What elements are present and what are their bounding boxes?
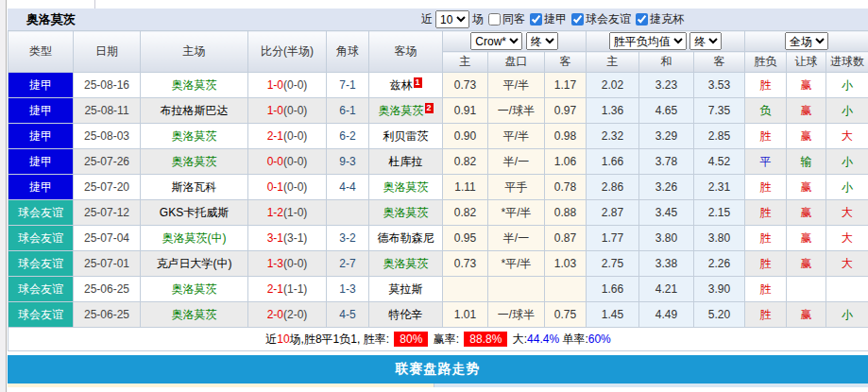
handicap-cell: 一/球半 bbox=[488, 98, 545, 124]
home-team-name: 克卢日大学(中) bbox=[157, 257, 232, 270]
match-count-select[interactable]: 10 bbox=[435, 10, 469, 28]
halftime-score: (0-0) bbox=[283, 155, 307, 168]
corner-cell: 6-1 bbox=[327, 98, 369, 124]
away-team-cell: 特伦辛 bbox=[369, 302, 443, 328]
home-team-cell: 布拉格斯巴达 bbox=[141, 98, 248, 124]
away-team-name: 杜库拉 bbox=[389, 155, 423, 168]
handicap-cell: 半/一 bbox=[488, 149, 545, 175]
handicap-result-cell: 赢 bbox=[787, 124, 826, 149]
match-row: 球会友谊25-07-01克卢日大学(中)1-3(0-0)2-7奥洛莫茨0.73*… bbox=[9, 251, 868, 277]
fulltime-score: 2-1 bbox=[267, 129, 283, 143]
handicap-cell: 一/球半 bbox=[488, 302, 545, 328]
filter-1[interactable]: 同客 bbox=[488, 11, 525, 27]
home-odds-cell bbox=[443, 277, 488, 302]
bookmaker-select[interactable]: Crow* bbox=[470, 32, 522, 50]
handicap-cell bbox=[488, 277, 545, 302]
scope-select[interactable]: 全场 bbox=[785, 32, 828, 50]
avg-draw-cell: 3.45 bbox=[639, 200, 694, 226]
home-odds-cell: 1.11 bbox=[443, 175, 488, 200]
away-team-name: 奥洛莫茨 bbox=[379, 104, 424, 117]
filter-label: 捷甲 bbox=[544, 11, 567, 27]
sub-col-header: 盘口 bbox=[488, 52, 545, 73]
filter-checkbox[interactable] bbox=[530, 13, 542, 26]
avg-draw-cell: 3.78 bbox=[639, 149, 694, 175]
score-cell: 2-1(0-0) bbox=[248, 124, 327, 149]
halftime-score: (0-0) bbox=[283, 129, 307, 143]
home-team-name: 奥洛莫茨 bbox=[172, 78, 217, 92]
result-cell: 胜 bbox=[745, 277, 787, 302]
home-team-name: 奥洛莫茨 bbox=[172, 155, 217, 168]
handicap-cell: 半/一 bbox=[488, 226, 545, 251]
goals-result-cell: 大 bbox=[826, 226, 868, 251]
away-team-name: 莫拉斯 bbox=[389, 282, 423, 296]
score-cell: 1-3(0-0) bbox=[248, 251, 327, 277]
home-team-name: 奥洛莫茨 bbox=[172, 282, 217, 296]
date-cell: 25-08-11 bbox=[74, 98, 141, 124]
match-row: 球会友谊25-07-12GKS卡托威斯1-2(1-0)奥洛莫茨0.82*平/半0… bbox=[9, 200, 868, 226]
summary-row: 近10场,胜8平1负1, 胜率: 80% 赢率: 88.8% 大:44.4% 单… bbox=[9, 328, 868, 351]
col-header-date: 日期 bbox=[74, 31, 141, 73]
avg-draw-cell: 3.26 bbox=[639, 175, 694, 200]
home-team-name: 斯洛瓦科 bbox=[172, 180, 217, 194]
home-team-name: GKS卡托威斯 bbox=[160, 206, 229, 219]
sub-col-header: 进球数 bbox=[826, 52, 868, 73]
corner-cell: 4-4 bbox=[327, 175, 369, 200]
league-type-cell: 球会友谊 bbox=[9, 200, 74, 226]
filter-3[interactable]: 球会友谊 bbox=[571, 11, 631, 27]
avg-home-cell: 2.75 bbox=[587, 251, 639, 277]
halftime-score: (0-0) bbox=[283, 257, 307, 270]
filter-checkbox[interactable] bbox=[488, 13, 501, 26]
match-table-body: 捷甲25-08-16奥洛莫茨1-0(0-0)7-1兹林10.73平/半1.172… bbox=[9, 73, 868, 328]
filter-checkbox[interactable] bbox=[571, 13, 584, 26]
league-type-cell: 捷甲 bbox=[9, 98, 74, 124]
corner-cell bbox=[327, 200, 369, 226]
odds-group-header: Crow* 终 bbox=[443, 31, 587, 52]
sub-col-header: 主 bbox=[587, 52, 639, 73]
avg-period-select[interactable]: 终 bbox=[689, 32, 722, 50]
fulltime-score: 1-0 bbox=[267, 78, 283, 92]
fulltime-score: 1-0 bbox=[267, 104, 283, 117]
avg-away-cell: 5.20 bbox=[694, 302, 745, 328]
handicap-result-cell: 输 bbox=[787, 149, 826, 175]
home-team-name: 奥洛莫茨(中) bbox=[162, 231, 227, 245]
away-team-cell: 德布勒森尼 bbox=[369, 226, 443, 251]
home-odds-cell: 0.90 bbox=[443, 124, 488, 149]
away-team-name: 兹林 bbox=[390, 78, 413, 92]
league-type-cell: 球会友谊 bbox=[9, 251, 74, 277]
home-team-cell: 奥洛莫茨 bbox=[141, 302, 248, 328]
home-team-cell: 奥洛莫茨 bbox=[141, 73, 248, 98]
away-odds-cell: 1.03 bbox=[545, 251, 587, 277]
card-badge: 1 bbox=[414, 77, 422, 88]
stats-panel: 奥洛莫茨 近 10 场 同客捷甲球会友谊捷克杯 类型 日期 主场 比分(半场) … bbox=[8, 0, 868, 387]
avg-draw-cell: 4.49 bbox=[639, 302, 694, 328]
away-team-name: 奥洛莫茨 bbox=[383, 206, 429, 219]
away-odds-cell: 0.78 bbox=[545, 175, 587, 200]
home-odds-cell: 0.91 bbox=[443, 98, 488, 124]
avg-home-cell: 2.87 bbox=[587, 200, 639, 226]
result-cell: 胜 bbox=[745, 124, 787, 149]
away-team-cell: 奥洛莫茨 bbox=[369, 200, 443, 226]
filter-4[interactable]: 捷克杯 bbox=[636, 11, 684, 27]
odds-period-select[interactable]: 终 bbox=[526, 32, 558, 50]
avg-away-cell: 2.31 bbox=[694, 175, 745, 200]
halftime-score: (3-1) bbox=[283, 231, 307, 245]
col-header-home: 主场 bbox=[141, 31, 248, 73]
away-team-cell: 奥洛莫茨 bbox=[369, 251, 443, 277]
avg-away-cell: 2.15 bbox=[694, 200, 745, 226]
home-odds-cell: 0.82 bbox=[443, 200, 488, 226]
result-cell: 胜 bbox=[745, 175, 787, 200]
halftime-score: (1-1) bbox=[283, 282, 307, 296]
home-team-name: 布拉格斯巴达 bbox=[161, 104, 229, 117]
match-row: 球会友谊25-07-04奥洛莫茨(中)3-1(3-1)3-2德布勒森尼0.95半… bbox=[9, 226, 868, 251]
avg-type-select[interactable]: 胜平负均值 bbox=[609, 32, 687, 50]
away-team-cell: 莫拉斯 bbox=[369, 277, 443, 302]
filter-2[interactable]: 捷甲 bbox=[530, 11, 567, 27]
avg-away-cell: 2.85 bbox=[694, 124, 745, 149]
handicap-result-cell bbox=[787, 277, 826, 302]
league-type-cell: 捷甲 bbox=[9, 73, 74, 98]
filter-checkbox[interactable] bbox=[636, 13, 648, 26]
avg-draw-cell: 4.65 bbox=[639, 98, 694, 124]
league-type-cell: 捷甲 bbox=[9, 124, 74, 149]
col-header-score: 比分(半场) bbox=[248, 31, 327, 73]
handicap-cell: 平/半 bbox=[488, 124, 545, 149]
